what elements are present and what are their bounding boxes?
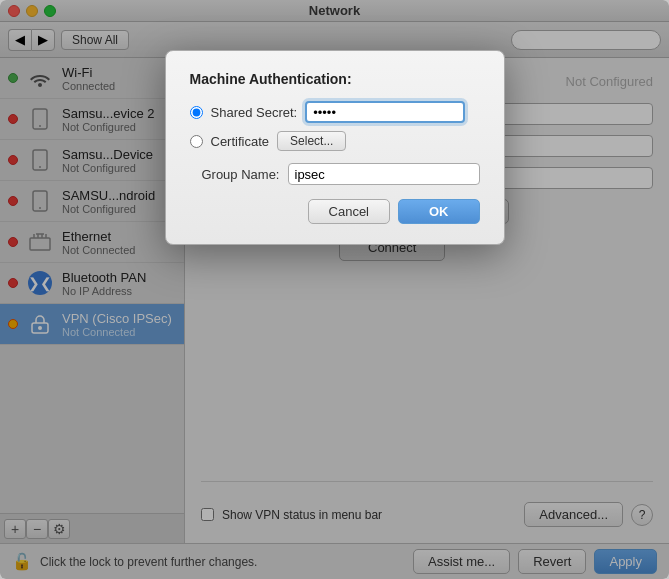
certificate-label: Certificate	[211, 134, 270, 149]
cancel-button[interactable]: Cancel	[308, 199, 390, 224]
shared-secret-radio[interactable]	[190, 106, 203, 119]
ok-button[interactable]: OK	[398, 199, 480, 224]
dialog-overlay: Machine Authentication: Shared Secret: C…	[0, 0, 669, 579]
select-certificate-button[interactable]: Select...	[277, 131, 346, 151]
shared-secret-row: Shared Secret:	[190, 101, 480, 123]
shared-secret-label: Shared Secret:	[211, 105, 298, 120]
main-window: Network ◀ ▶ Show All	[0, 0, 669, 579]
certificate-row: Certificate Select...	[190, 131, 480, 151]
dialog-buttons: Cancel OK	[190, 199, 480, 224]
certificate-radio[interactable]	[190, 135, 203, 148]
group-name-label: Group Name:	[190, 167, 280, 182]
group-name-row: Group Name:	[190, 163, 480, 185]
dialog-title: Machine Authentication:	[190, 71, 480, 87]
shared-secret-input[interactable]	[305, 101, 465, 123]
authentication-dialog: Machine Authentication: Shared Secret: C…	[165, 50, 505, 245]
group-name-input[interactable]	[288, 163, 480, 185]
